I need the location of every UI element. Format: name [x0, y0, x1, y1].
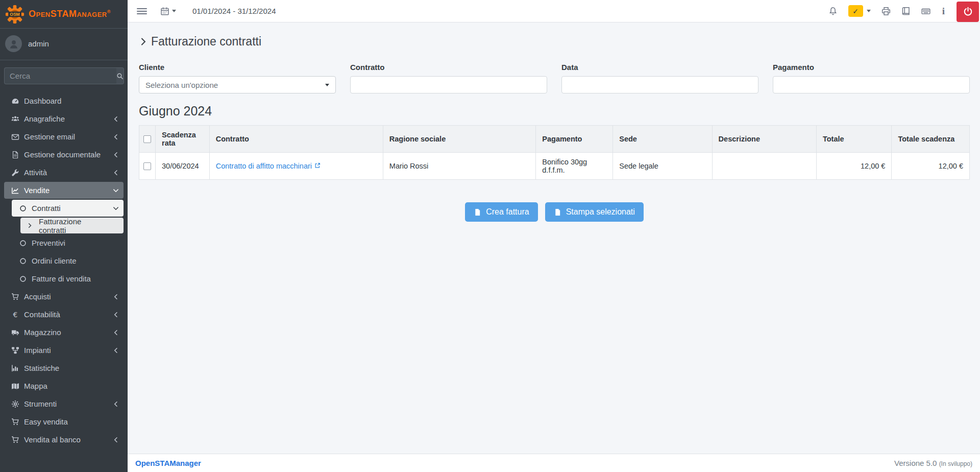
user-panel[interactable]: admin: [0, 29, 128, 60]
sidebar-item-contratti[interactable]: Contratti: [12, 200, 124, 217]
sidebar-item-ordini-cliente[interactable]: Ordini cliente: [12, 252, 124, 269]
sidebar-item-label: Mappa: [24, 382, 47, 390]
contract-link[interactable]: Contratto di affitto macchinari: [216, 162, 321, 170]
sidebar-item-contabilit[interactable]: €Contabilità: [4, 306, 124, 323]
chart-line-icon: [11, 186, 19, 195]
cart-icon: [11, 292, 19, 301]
osm-gear-logo-icon: OSM: [5, 5, 24, 24]
logout-button[interactable]: [957, 2, 979, 22]
pagamento-filter-input[interactable]: [773, 76, 970, 93]
sidebar-item-preventivi[interactable]: Preventivi: [12, 234, 124, 251]
cell-descrizione: [712, 153, 816, 180]
date-range-picker[interactable]: [160, 7, 176, 16]
sidebar-item-statistiche[interactable]: Statistiche: [4, 360, 124, 376]
sidebar-item-vendite[interactable]: Vendite: [4, 182, 124, 199]
search-button[interactable]: [116, 67, 124, 84]
chevron-left-icon: [113, 134, 119, 140]
sidebar-nav-item: Strumenti: [4, 395, 124, 412]
table-row: 30/06/2024Contratto di affitto macchinar…: [139, 153, 970, 180]
cell-totale-scadenza: 12,00 €: [892, 153, 970, 180]
caret-down-icon: [172, 10, 176, 12]
sidebar-search: [0, 60, 128, 89]
sidebar-item-acquisti[interactable]: Acquisti: [4, 288, 124, 305]
sidebar-item-easy-vendita[interactable]: Easy vendita: [4, 413, 124, 430]
main-column: 01/01/2024 - 31/12/2024 ✓ i: [128, 0, 980, 472]
cliente-select[interactable]: Seleziona un'opzione: [139, 76, 336, 93]
truck-icon: [11, 328, 19, 337]
sidebar-nav-item: Gestione documentale: [4, 146, 124, 163]
sidebar-nav-item: Vendite: [4, 182, 124, 199]
sidebar-nav-item: Dashboard: [4, 92, 124, 109]
caret-down-icon: [325, 84, 329, 86]
shortcuts-button[interactable]: [921, 7, 930, 16]
page-title-text: Fatturazione contratti: [151, 35, 261, 49]
column-header-pagamento[interactable]: Pagamento: [536, 126, 613, 153]
filter-data: Data: [561, 63, 758, 93]
sidebar-item-gestione-documentale[interactable]: Gestione documentale: [4, 146, 124, 163]
printer-icon: [881, 7, 891, 16]
search-input[interactable]: [4, 67, 116, 84]
column-header-ragione-sociale[interactable]: Ragione sociale: [383, 126, 536, 153]
select-all-checkbox[interactable]: [143, 135, 151, 143]
info-button[interactable]: i: [941, 6, 946, 17]
footer-brand-link[interactable]: OpenSTAManager: [135, 459, 201, 467]
sidebar-nav-item: Statistiche: [4, 360, 124, 376]
sidebar-menu: DashboardAnagraficheGestione emailGestio…: [0, 89, 128, 472]
filter-label-pagamento: Pagamento: [773, 63, 970, 72]
topbar: 01/01/2024 - 31/12/2024 ✓ i: [128, 0, 980, 22]
filter-label-contratto: Contratto: [350, 63, 547, 72]
sidebar-item-impianti[interactable]: Impianti: [4, 342, 124, 359]
cell-sede: Sede legale: [613, 153, 712, 180]
svg-text:OSM: OSM: [10, 12, 19, 17]
notifications-button[interactable]: [828, 7, 838, 16]
sidebar-item-vendita-al-banco[interactable]: Vendita al banco: [4, 431, 124, 448]
sidebar-item-label: Impianti: [24, 346, 51, 355]
sidebar-nav-item: Vendita al banco: [4, 431, 124, 448]
gear-icon: [11, 399, 19, 408]
sidebar-item-fatture-di-vendita[interactable]: Fatture di vendita: [12, 270, 124, 287]
row-checkbox[interactable]: [143, 162, 151, 170]
column-header-sede[interactable]: Sede: [613, 126, 712, 153]
sidebar-item-label: Statistiche: [24, 364, 59, 372]
footer-version: Versione 5.0 (In sviluppo): [894, 459, 972, 467]
print-selected-button[interactable]: Stampa selezionati: [545, 202, 644, 222]
file-icon: [474, 208, 481, 216]
caret-down-icon: [867, 10, 871, 12]
column-header-contratto[interactable]: Contratto: [209, 126, 383, 153]
sidebar-item-dashboard[interactable]: Dashboard: [4, 92, 124, 109]
print-button[interactable]: [881, 7, 891, 16]
sidebar-item-magazzino[interactable]: Magazzino: [4, 324, 124, 341]
sidebar-item-label: Ordini cliente: [32, 256, 77, 265]
column-header-descrizione[interactable]: Descrizione: [712, 126, 816, 153]
sidebar-nav-item: Magazzino: [4, 324, 124, 341]
docs-button[interactable]: [901, 7, 911, 16]
column-header-totale[interactable]: Totale: [816, 126, 891, 153]
file-icon: [554, 208, 561, 216]
column-header-scadenza-rata[interactable]: Scadenza rata: [156, 126, 210, 153]
sidebar-item-mappa[interactable]: Mappa: [4, 377, 124, 394]
create-invoice-button[interactable]: Crea fattura: [465, 202, 537, 222]
users-icon: [11, 114, 19, 123]
search-icon: [116, 73, 124, 80]
sidebar-item-label: Fatturazione contratti: [39, 217, 108, 234]
sidebar-toggle-button[interactable]: [137, 8, 147, 14]
contracts-table: Scadenza rataContrattoRagione socialePag…: [139, 125, 970, 180]
todo-dropdown[interactable]: ✓: [848, 5, 871, 17]
sidebar-nav-item: Fatturazione contratti: [4, 218, 124, 233]
sidebar-nav-item: Contratti: [4, 200, 124, 217]
sidebar-item-strumenti[interactable]: Strumenti: [4, 395, 124, 412]
sidebar-item-attivit[interactable]: Attività: [4, 164, 124, 181]
filter-label-cliente: Cliente: [139, 63, 336, 72]
sidebar-item-fatturazione-contratti[interactable]: Fatturazione contratti: [20, 218, 124, 233]
info-icon: i: [942, 6, 945, 16]
brand-header[interactable]: OSM OpenSTAManager®: [0, 0, 128, 29]
chevron-left-icon: [113, 437, 119, 443]
sidebar-item-anagrafiche[interactable]: Anagrafiche: [4, 110, 124, 127]
todo-check-button[interactable]: ✓: [848, 5, 863, 17]
external-link-icon: [314, 162, 321, 170]
book-icon: [901, 7, 911, 16]
sidebar-item-gestione-email[interactable]: Gestione email: [4, 128, 124, 145]
column-header-totale-scadenza[interactable]: Totale scadenza: [892, 126, 970, 153]
contratto-filter-input[interactable]: [350, 76, 547, 93]
data-filter-input[interactable]: [561, 76, 758, 93]
